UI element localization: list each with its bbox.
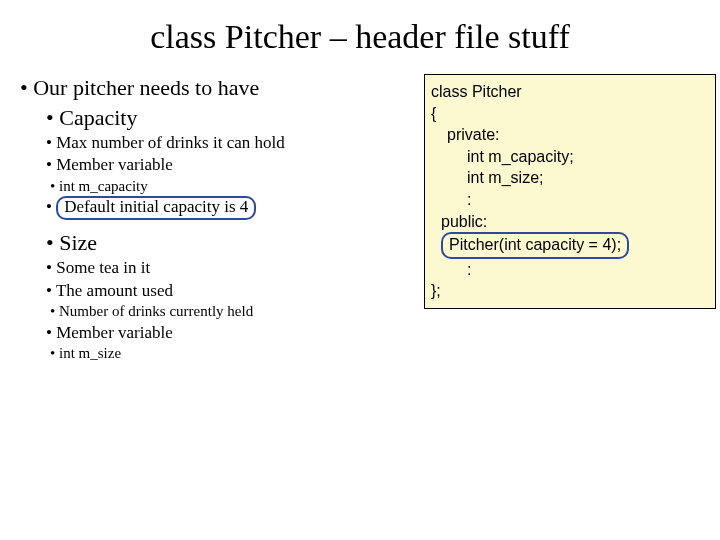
bullet-amount: The amount used xyxy=(46,280,420,301)
bullet-default-cap: Default initial capacity is 4 xyxy=(46,196,420,220)
code-line-closebrace: }; xyxy=(431,282,441,299)
code-line-openbrace: { xyxy=(431,105,436,122)
slide-title: class Pitcher – header file stuff xyxy=(0,0,720,68)
code-line-colon1: : xyxy=(431,189,709,211)
bullet-membervar-cap: Member variable xyxy=(46,154,420,175)
code-box: class Pitcher { private: int m_capacity;… xyxy=(424,74,716,309)
code-line-private: private: xyxy=(431,124,709,146)
bullet-intsize: int m_size xyxy=(50,344,420,363)
highlight-constructor: Pitcher(int capacity = 4); xyxy=(441,232,629,259)
bullet-column: Our pitcher needs to have Capacity Max n… xyxy=(20,74,420,364)
code-line-mcapacity: int m_capacity; xyxy=(431,146,709,168)
highlight-default-capacity: Default initial capacity is 4 xyxy=(56,196,256,220)
code-column: class Pitcher { private: int m_capacity;… xyxy=(420,74,716,364)
code-line-public: public: xyxy=(431,211,709,233)
bullet-intcap: int m_capacity xyxy=(50,177,420,196)
code-line-msize: int m_size; xyxy=(431,167,709,189)
bullet-numheld: Number of drinks currently held xyxy=(50,302,420,321)
code-line-colon2: : xyxy=(431,259,709,281)
bullet-maxdrinks: Max number of drinks it can hold xyxy=(46,132,420,153)
bullet-size: Size xyxy=(46,229,420,257)
bullet-capacity: Capacity xyxy=(46,104,420,132)
code-line-class: class Pitcher xyxy=(431,83,522,100)
bullet-membervar-size: Member variable xyxy=(46,322,420,343)
slide-content: Our pitcher needs to have Capacity Max n… xyxy=(0,68,720,364)
bullet-tea: Some tea in it xyxy=(46,257,420,278)
bullet-l1: Our pitcher needs to have xyxy=(20,74,420,102)
